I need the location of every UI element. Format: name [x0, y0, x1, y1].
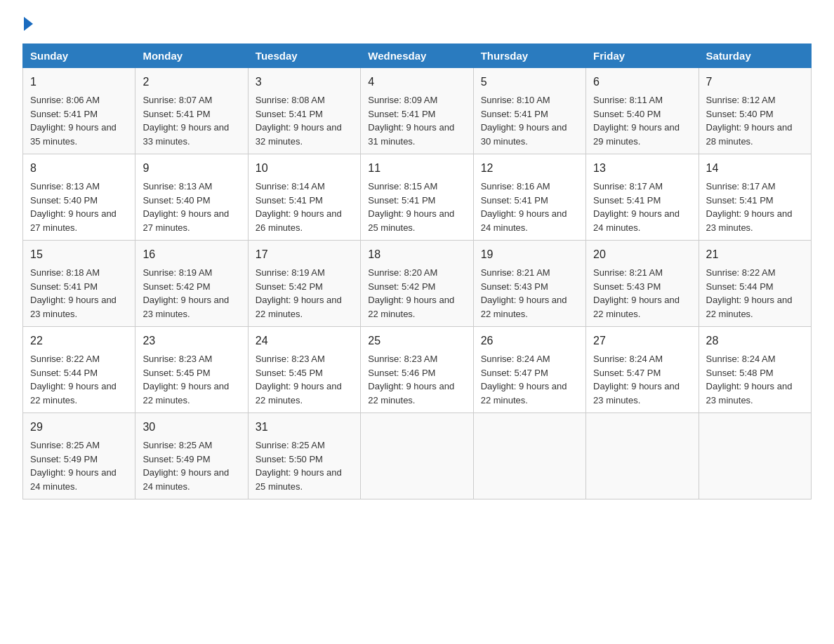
sunset-text: Sunset: 5:45 PM — [143, 368, 210, 378]
column-header-wednesday: Wednesday — [361, 44, 473, 68]
daylight-text: Daylight: 9 hours and 25 minutes. — [368, 208, 454, 233]
daylight-text: Daylight: 9 hours and 22 minutes. — [368, 295, 454, 319]
daylight-text: Daylight: 9 hours and 24 minutes. — [481, 208, 567, 233]
sunset-text: Sunset: 5:49 PM — [30, 454, 98, 464]
calendar-cell: 18Sunrise: 8:20 AMSunset: 5:42 PMDayligh… — [361, 241, 473, 327]
calendar-cell: 13Sunrise: 8:17 AMSunset: 5:41 PMDayligh… — [586, 154, 699, 241]
calendar-week-row: 1Sunrise: 8:06 AMSunset: 5:41 PMDaylight… — [23, 68, 812, 154]
day-number: 22 — [30, 333, 128, 349]
sunset-text: Sunset: 5:47 PM — [481, 368, 548, 378]
calendar-cell: 10Sunrise: 8:14 AMSunset: 5:41 PMDayligh… — [248, 154, 360, 241]
day-number: 7 — [706, 74, 804, 90]
calendar-cell: 1Sunrise: 8:06 AMSunset: 5:41 PMDaylight… — [23, 68, 135, 154]
calendar-cell: 29Sunrise: 8:25 AMSunset: 5:49 PMDayligh… — [23, 413, 135, 499]
sunset-text: Sunset: 5:41 PM — [368, 195, 435, 206]
calendar-week-row: 22Sunrise: 8:22 AMSunset: 5:44 PMDayligh… — [23, 327, 812, 413]
sunset-text: Sunset: 5:41 PM — [256, 195, 323, 206]
calendar-cell: 31Sunrise: 8:25 AMSunset: 5:50 PMDayligh… — [248, 413, 360, 499]
sunrise-text: Sunrise: 8:25 AM — [143, 440, 212, 450]
daylight-text: Daylight: 9 hours and 23 minutes. — [706, 208, 793, 233]
sunrise-text: Sunrise: 8:14 AM — [256, 181, 325, 192]
sunset-text: Sunset: 5:44 PM — [30, 368, 98, 378]
day-number: 24 — [256, 333, 353, 349]
day-number: 5 — [481, 74, 578, 90]
day-number: 9 — [143, 160, 240, 177]
sunrise-text: Sunrise: 8:12 AM — [706, 95, 776, 105]
daylight-text: Daylight: 9 hours and 35 minutes. — [30, 122, 117, 147]
sunset-text: Sunset: 5:40 PM — [706, 109, 774, 119]
calendar-cell: 14Sunrise: 8:17 AMSunset: 5:41 PMDayligh… — [699, 154, 811, 241]
sunrise-text: Sunrise: 8:07 AM — [143, 95, 212, 105]
daylight-text: Daylight: 9 hours and 27 minutes. — [143, 208, 229, 233]
sunset-text: Sunset: 5:42 PM — [256, 281, 323, 292]
daylight-text: Daylight: 9 hours and 22 minutes. — [706, 295, 793, 319]
sunrise-text: Sunrise: 8:23 AM — [256, 354, 325, 364]
daylight-text: Daylight: 9 hours and 27 minutes. — [30, 208, 117, 233]
day-number: 3 — [256, 74, 353, 90]
daylight-text: Daylight: 9 hours and 22 minutes. — [593, 295, 680, 319]
daylight-text: Daylight: 9 hours and 33 minutes. — [143, 122, 229, 147]
column-header-monday: Monday — [135, 44, 248, 68]
day-number: 12 — [481, 160, 578, 177]
day-number: 6 — [593, 74, 691, 90]
day-number: 16 — [143, 246, 240, 263]
daylight-text: Daylight: 9 hours and 24 minutes. — [143, 467, 229, 492]
calendar-cell: 5Sunrise: 8:10 AMSunset: 5:41 PMDaylight… — [473, 68, 585, 154]
sunrise-text: Sunrise: 8:21 AM — [593, 267, 663, 278]
sunrise-text: Sunrise: 8:15 AM — [368, 181, 437, 192]
calendar-header-row: SundayMondayTuesdayWednesdayThursdayFrid… — [23, 44, 812, 68]
sunset-text: Sunset: 5:42 PM — [143, 281, 210, 292]
calendar-cell: 26Sunrise: 8:24 AMSunset: 5:47 PMDayligh… — [473, 327, 585, 413]
daylight-text: Daylight: 9 hours and 26 minutes. — [256, 208, 342, 233]
sunset-text: Sunset: 5:41 PM — [481, 195, 548, 206]
sunset-text: Sunset: 5:42 PM — [368, 281, 435, 292]
day-number: 15 — [30, 246, 128, 263]
sunset-text: Sunset: 5:43 PM — [593, 281, 661, 292]
sunset-text: Sunset: 5:44 PM — [706, 281, 774, 292]
daylight-text: Daylight: 9 hours and 31 minutes. — [368, 122, 454, 147]
daylight-text: Daylight: 9 hours and 23 minutes. — [706, 381, 793, 405]
calendar-cell — [473, 413, 585, 499]
calendar-week-row: 15Sunrise: 8:18 AMSunset: 5:41 PMDayligh… — [23, 241, 812, 327]
sunrise-text: Sunrise: 8:16 AM — [481, 181, 550, 192]
sunset-text: Sunset: 5:41 PM — [30, 109, 98, 119]
calendar-cell: 28Sunrise: 8:24 AMSunset: 5:48 PMDayligh… — [699, 327, 811, 413]
sunset-text: Sunset: 5:41 PM — [706, 195, 774, 206]
calendar-cell — [361, 413, 473, 499]
sunset-text: Sunset: 5:41 PM — [30, 281, 98, 292]
calendar-cell: 19Sunrise: 8:21 AMSunset: 5:43 PMDayligh… — [473, 241, 585, 327]
daylight-text: Daylight: 9 hours and 22 minutes. — [256, 295, 342, 319]
day-number: 26 — [481, 333, 578, 349]
day-number: 8 — [30, 160, 128, 177]
daylight-text: Daylight: 9 hours and 32 minutes. — [256, 122, 342, 147]
sunrise-text: Sunrise: 8:10 AM — [481, 95, 550, 105]
day-number: 10 — [256, 160, 353, 177]
calendar-cell: 30Sunrise: 8:25 AMSunset: 5:49 PMDayligh… — [135, 413, 248, 499]
calendar-cell: 2Sunrise: 8:07 AMSunset: 5:41 PMDaylight… — [135, 68, 248, 154]
daylight-text: Daylight: 9 hours and 28 minutes. — [706, 122, 793, 147]
sunrise-text: Sunrise: 8:18 AM — [30, 267, 100, 278]
sunrise-text: Sunrise: 8:22 AM — [706, 267, 776, 278]
calendar-cell: 22Sunrise: 8:22 AMSunset: 5:44 PMDayligh… — [23, 327, 135, 413]
sunrise-text: Sunrise: 8:21 AM — [481, 267, 550, 278]
calendar-cell: 4Sunrise: 8:09 AMSunset: 5:41 PMDaylight… — [361, 68, 473, 154]
sunrise-text: Sunrise: 8:09 AM — [368, 95, 437, 105]
sunrise-text: Sunrise: 8:11 AM — [593, 95, 663, 105]
calendar-cell: 24Sunrise: 8:23 AMSunset: 5:45 PMDayligh… — [248, 327, 360, 413]
sunrise-text: Sunrise: 8:23 AM — [368, 354, 437, 364]
day-number: 21 — [706, 246, 804, 263]
calendar-cell: 17Sunrise: 8:19 AMSunset: 5:42 PMDayligh… — [248, 241, 360, 327]
sunrise-text: Sunrise: 8:20 AM — [368, 267, 437, 278]
day-number: 19 — [481, 246, 578, 263]
sunrise-text: Sunrise: 8:25 AM — [256, 440, 325, 450]
sunrise-text: Sunrise: 8:08 AM — [256, 95, 325, 105]
sunset-text: Sunset: 5:43 PM — [481, 281, 548, 292]
calendar-week-row: 29Sunrise: 8:25 AMSunset: 5:49 PMDayligh… — [23, 413, 812, 499]
sunrise-text: Sunrise: 8:24 AM — [481, 354, 550, 364]
daylight-text: Daylight: 9 hours and 24 minutes. — [30, 467, 117, 492]
day-number: 4 — [368, 74, 465, 90]
calendar-cell: 15Sunrise: 8:18 AMSunset: 5:41 PMDayligh… — [23, 241, 135, 327]
sunrise-text: Sunrise: 8:13 AM — [143, 181, 212, 192]
sunset-text: Sunset: 5:40 PM — [143, 195, 210, 206]
logo — [22, 17, 33, 35]
